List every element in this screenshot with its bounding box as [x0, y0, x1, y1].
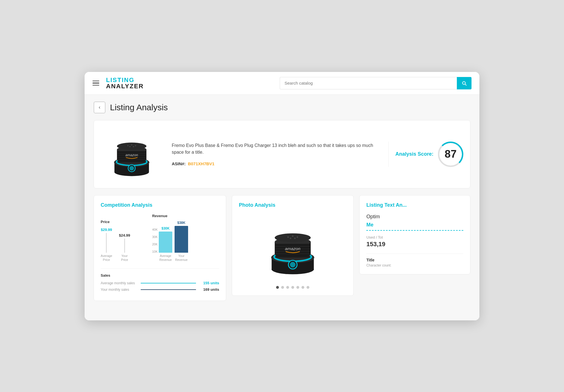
- svg-point-17: [117, 142, 146, 149]
- score-value: 87: [445, 148, 457, 160]
- photo-product-image: amazon: [262, 217, 324, 279]
- photo-dot-5[interactable]: [296, 286, 299, 289]
- your-price-bar: $24.99 YourPrice: [119, 233, 130, 262]
- product-image: amazon: [106, 129, 157, 180]
- optimized-value: Me: [366, 222, 373, 228]
- logo-analyzer: ANALYZER: [106, 83, 144, 89]
- dashed-divider: [366, 230, 463, 231]
- avg-sales-line: [141, 283, 196, 283]
- your-sales-line: [141, 289, 196, 290]
- field-section: Title Character count:: [366, 254, 463, 267]
- product-image-wrap: amazon: [101, 126, 163, 182]
- page-content: ‹ Listing Analysis: [85, 95, 479, 320]
- page-header: ‹ Listing Analysis: [94, 102, 470, 113]
- listing-text-panel-title: Listing Text An...: [366, 202, 463, 208]
- avg-price-label: AveragePrice: [101, 254, 112, 262]
- sales-title: Sales: [101, 273, 219, 278]
- svg-point-42: [292, 235, 294, 237]
- photo-dot-2[interactable]: [281, 286, 284, 289]
- svg-text:amazon: amazon: [125, 153, 138, 157]
- search-button[interactable]: [457, 77, 472, 89]
- page-title: Listing Analysis: [110, 103, 168, 112]
- sales-section: Sales Average monthly sales 155 units Yo…: [101, 268, 219, 292]
- revenue-bars-wrap: 40K 30K 20K 10K $30K AverageRevenue: [152, 221, 219, 262]
- svg-point-20: [135, 145, 136, 146]
- revenue-chart-label: Revenue: [152, 214, 219, 218]
- your-price-label: YourPrice: [121, 254, 128, 262]
- score-circle: 87: [438, 142, 463, 167]
- listing-text-panel: Listing Text An... Optim Me Used / Tot 1…: [359, 195, 470, 274]
- svg-point-39: [290, 262, 296, 267]
- your-price-value: $24.99: [119, 233, 130, 237]
- svg-point-40: [275, 233, 311, 242]
- photo-dot-4[interactable]: [291, 286, 294, 289]
- photo-dot-6[interactable]: [301, 286, 304, 289]
- product-title: Fremo Evo Plus Base & Fremo Evo Plug Cha…: [172, 142, 379, 156]
- your-revenue-bar: [175, 226, 188, 253]
- hamburger-menu[interactable]: [92, 81, 99, 86]
- avg-price-value: $29.99: [101, 228, 112, 232]
- used-total-label: Used / Tot: [366, 235, 463, 239]
- avg-revenue-bar: [159, 232, 172, 253]
- your-revenue-bar-wrap: $38K YourRevenue: [175, 221, 188, 262]
- svg-point-16: [129, 166, 134, 170]
- svg-point-21: [129, 146, 131, 147]
- back-button[interactable]: ‹: [94, 102, 105, 113]
- revenue-chart: Revenue 40K 30K 20K 10K $30K: [152, 214, 219, 262]
- svg-point-45: [294, 237, 296, 239]
- your-sales-value: 169 units: [199, 287, 219, 292]
- product-info: Fremo Evo Plus Base & Fremo Evo Plug Cha…: [172, 140, 379, 168]
- price-bars: $29.99 AveragePrice $24.99 YourPrice: [101, 228, 145, 262]
- used-total-value: 153,19: [366, 241, 463, 248]
- asin-value[interactable]: B071XH7BV1: [188, 161, 214, 166]
- asin-row: ASIN#: B071XH7BV1: [172, 161, 379, 166]
- photo-panel-title: Photo Analysis: [239, 202, 347, 208]
- photo-dots: [239, 286, 347, 289]
- avg-revenue-label: AverageRevenue: [159, 254, 172, 262]
- avg-revenue-bar-wrap: $30K AverageRevenue: [159, 226, 172, 262]
- avg-price-bar: $29.99 AveragePrice: [101, 228, 112, 262]
- your-revenue-label: YourRevenue: [175, 254, 188, 262]
- competition-panel-title: Competition Analysis: [101, 202, 219, 208]
- photo-display: amazon: [239, 214, 347, 281]
- svg-text:amazon: amazon: [285, 246, 301, 251]
- svg-point-41: [287, 236, 289, 238]
- search-bar: [280, 77, 472, 89]
- y-label-40k: 40K: [152, 228, 158, 231]
- y-axis: 40K 30K 20K 10K: [152, 228, 158, 262]
- analysis-score-label: Analysis Score:: [395, 151, 433, 157]
- search-input[interactable]: [280, 77, 457, 89]
- analysis-score-section: Analysis Score: 87: [388, 142, 463, 167]
- photo-dot-7[interactable]: [307, 286, 309, 289]
- panels-row: Competition Analysis Price $29.99 Averag…: [94, 195, 470, 301]
- svg-point-22: [133, 146, 134, 147]
- price-chart: Price $29.99 AveragePrice $24.99 YourPri…: [101, 220, 145, 262]
- char-count-label: Character count:: [366, 263, 463, 267]
- bar-group: $30K AverageRevenue $38K YourRevenue: [159, 221, 188, 262]
- svg-point-44: [290, 237, 292, 239]
- app-header: LISTING ANALYZER: [85, 72, 479, 95]
- avg-sales-label: Average monthly sales: [101, 281, 137, 285]
- back-chevron-icon: ‹: [99, 104, 100, 110]
- app-logo: LISTING ANALYZER: [106, 77, 144, 89]
- your-sales-row: Your monthly sales 169 units: [101, 287, 219, 292]
- photo-dot-3[interactable]: [286, 286, 289, 289]
- photo-dot-1[interactable]: [276, 286, 279, 289]
- avg-price-line: [106, 233, 107, 253]
- optimized-row: Optim: [366, 214, 463, 220]
- competition-panel: Competition Analysis Price $29.99 Averag…: [94, 195, 226, 301]
- product-card: amazon Fremo E: [94, 120, 470, 188]
- y-label-20k: 20K: [152, 243, 158, 246]
- asin-label: ASIN#:: [172, 161, 186, 166]
- optimized-label: Optim: [366, 214, 380, 220]
- photo-panel: Photo Analysis: [232, 195, 354, 296]
- search-icon: [461, 80, 467, 86]
- your-revenue-value: $38K: [177, 221, 186, 225]
- avg-sales-row: Average monthly sales 155 units: [101, 281, 219, 285]
- comp-charts: Price $29.99 AveragePrice $24.99 YourPri…: [101, 214, 219, 262]
- svg-point-18: [127, 145, 129, 146]
- avg-revenue-value: $30K: [162, 226, 170, 230]
- price-chart-label: Price: [101, 220, 145, 224]
- logo-listing: LISTING: [106, 77, 144, 83]
- svg-point-43: [297, 236, 298, 238]
